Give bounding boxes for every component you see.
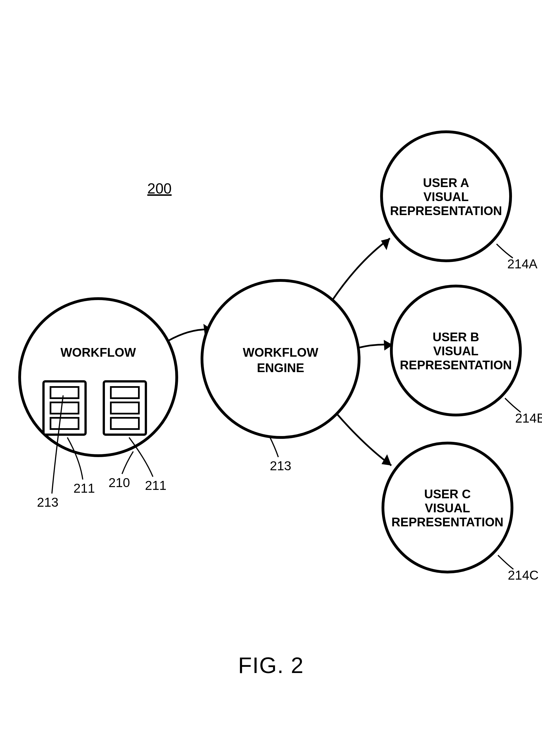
label-214A: 214A: [507, 257, 538, 271]
user-b-node: USER B VISUAL REPRESENTATION: [391, 286, 520, 415]
task-box-right: [104, 381, 146, 435]
svg-rect-2: [50, 387, 79, 398]
user-c-node: USER C VISUAL REPRESENTATION: [383, 443, 512, 572]
user-b-line2: VISUAL: [433, 344, 478, 358]
user-a-line1: USER A: [423, 176, 469, 190]
user-c-line3: REPRESENTATION: [391, 515, 503, 529]
workflow-node: WORKFLOW: [20, 299, 177, 456]
arrow-engine-to-userA: [333, 238, 390, 300]
label-214B: 214B: [515, 411, 542, 425]
label-214C: 214C: [508, 568, 539, 582]
svg-rect-8: [111, 418, 139, 429]
user-c-line2: VISUAL: [425, 501, 470, 515]
svg-rect-3: [50, 402, 79, 414]
leader-engine-213: [269, 436, 278, 457]
leader-214B: [505, 398, 521, 412]
label-211-left: 211: [73, 481, 95, 495]
leader-210: [122, 451, 133, 474]
arrow-engine-to-userB: [359, 340, 393, 351]
user-c-line1: USER C: [424, 487, 471, 501]
leader-214A: [497, 244, 513, 258]
svg-rect-4: [50, 418, 79, 429]
diagram-canvas: 200 WORKFLOW 213 211 210 211: [0, 0, 542, 756]
user-a-node: USER A VISUAL REPRESENTATION: [382, 132, 511, 261]
leader-214C: [498, 555, 513, 569]
user-a-line2: VISUAL: [423, 190, 469, 204]
label-210: 210: [109, 475, 130, 490]
label-engine-213: 213: [270, 458, 292, 473]
task-box-left: [43, 381, 86, 435]
user-b-line1: USER B: [433, 330, 479, 344]
svg-rect-6: [111, 387, 139, 398]
engine-label-1: WORKFLOW: [243, 345, 319, 359]
label-213-inner: 213: [37, 495, 59, 510]
figure-ref: 200: [147, 180, 172, 197]
user-b-line3: REPRESENTATION: [400, 358, 512, 372]
workflow-label: WORKFLOW: [61, 345, 136, 359]
engine-label-2: ENGINE: [257, 361, 305, 375]
user-a-line3: REPRESENTATION: [390, 204, 502, 218]
label-211-right: 211: [145, 478, 167, 493]
svg-rect-7: [111, 402, 139, 414]
engine-node: WORKFLOW ENGINE: [202, 280, 359, 437]
arrow-engine-to-userC: [337, 414, 391, 465]
figure-caption: FIG. 2: [238, 653, 304, 678]
